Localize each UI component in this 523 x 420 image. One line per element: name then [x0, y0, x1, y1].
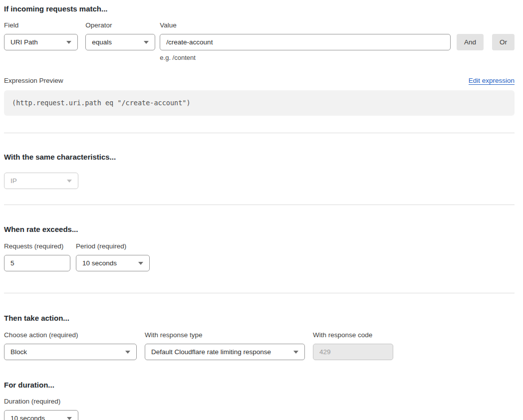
- duration-group: Duration (required) 10 seconds: [4, 398, 78, 420]
- period-group: Period (required) 10 seconds: [76, 242, 150, 271]
- section-divider: [4, 205, 515, 205]
- caret-down-icon: [67, 417, 72, 420]
- choose-action-select-value: Block: [10, 348, 27, 356]
- operator-select[interactable]: equals: [85, 34, 155, 50]
- caret-down-icon: [144, 41, 149, 44]
- period-select[interactable]: 10 seconds: [76, 255, 150, 271]
- field-group: Field URI Path: [4, 21, 78, 50]
- field-select[interactable]: URI Path: [4, 34, 78, 50]
- value-input[interactable]: [160, 34, 451, 50]
- action-section-title: Then take action...: [4, 313, 515, 323]
- choose-action-select[interactable]: Block: [4, 344, 137, 360]
- match-builder-row: Field URI Path Operator equals Value e.g…: [4, 21, 515, 61]
- characteristic-select-value: IP: [10, 177, 17, 185]
- edit-expression-link[interactable]: Edit expression: [469, 77, 515, 85]
- action-row: Choose action (required) Block With resp…: [4, 331, 515, 360]
- match-section-title: If incoming requests match...: [4, 4, 515, 13]
- characteristics-section-title: With the same characteristics...: [4, 152, 515, 162]
- duration-select-value: 10 seconds: [10, 415, 45, 420]
- caret-down-icon: [66, 41, 71, 44]
- requests-group: Requests (required): [4, 242, 70, 271]
- caret-down-icon: [138, 262, 143, 265]
- period-select-value: 10 seconds: [82, 259, 117, 267]
- or-button[interactable]: Or: [492, 34, 515, 50]
- response-type-select[interactable]: Default Cloudflare rate limiting respons…: [145, 344, 305, 360]
- response-type-label: With response type: [145, 331, 305, 339]
- expression-preview-label: Expression Preview: [4, 77, 63, 84]
- operator-group: Operator equals: [85, 21, 155, 50]
- response-type-group: With response type Default Cloudflare ra…: [145, 331, 305, 360]
- choose-action-group: Choose action (required) Block: [4, 331, 137, 360]
- period-label: Period (required): [76, 242, 150, 250]
- caret-down-icon: [67, 180, 72, 183]
- duration-section-title: For duration...: [4, 380, 515, 390]
- response-code-label: With response code: [313, 331, 393, 339]
- and-button[interactable]: And: [457, 34, 484, 50]
- operator-select-value: equals: [92, 38, 112, 46]
- expression-preview-header: Expression Preview Edit expression: [4, 77, 515, 85]
- caret-down-icon: [125, 351, 130, 354]
- rate-limiting-rule-form: If incoming requests match... Field URI …: [0, 0, 523, 420]
- rate-section-title: When rate exceeds...: [4, 224, 515, 234]
- duration-label: Duration (required): [4, 398, 78, 406]
- rate-row: Requests (required) Period (required) 10…: [4, 242, 515, 271]
- requests-input[interactable]: [4, 255, 70, 271]
- choose-action-label: Choose action (required): [4, 331, 137, 339]
- field-select-value: URI Path: [10, 38, 38, 46]
- value-hint: e.g. /content: [160, 54, 451, 61]
- response-code-input: [313, 344, 393, 360]
- requests-label: Requests (required): [4, 242, 70, 250]
- section-divider: [4, 293, 515, 293]
- value-group: Value e.g. /content: [160, 21, 451, 61]
- section-divider: [4, 133, 515, 133]
- field-label: Field: [4, 21, 78, 29]
- response-type-select-value: Default Cloudflare rate limiting respons…: [151, 348, 271, 356]
- response-code-group: With response code: [313, 331, 393, 360]
- duration-select[interactable]: 10 seconds: [4, 410, 78, 420]
- value-label: Value: [160, 21, 451, 29]
- characteristic-select[interactable]: IP: [4, 173, 78, 189]
- caret-down-icon: [293, 351, 298, 354]
- operator-label: Operator: [85, 21, 155, 29]
- expression-preview-code: (http.request.uri.path eq "/create-accou…: [4, 90, 515, 116]
